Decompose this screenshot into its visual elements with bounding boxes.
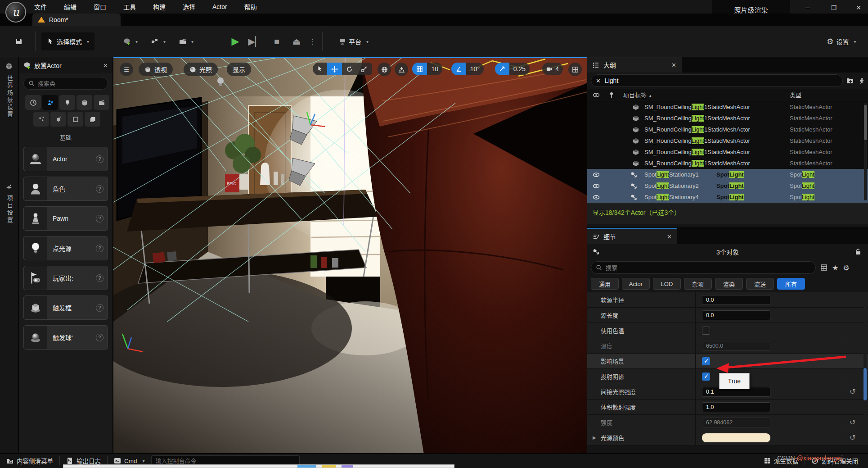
outliner-search[interactable]: ✕ [591,74,843,87]
cinematics-dropdown[interactable]: ▾ [174,32,199,50]
world-settings-icon[interactable] [5,63,13,71]
tab-geometry[interactable] [50,112,66,127]
grid-snap-value[interactable]: 10 [427,63,442,75]
minimize-button[interactable]: ─ [801,3,814,13]
place-search-input[interactable] [38,80,103,87]
intensity-input[interactable] [702,418,770,427]
content-drawer-button[interactable]: 内容侧滑菜单 [0,454,59,468]
outliner-row[interactable]: SM_RoundCeilingLight1StaticMeshActor Sta… [587,158,868,169]
tab-outliner[interactable]: 大纲 ✕ [587,57,682,73]
tab-details[interactable]: 细节 ✕ [587,228,677,244]
filter-general[interactable]: 通用 [591,278,619,290]
display-options-icon[interactable] [820,264,828,271]
column-type[interactable]: 类型 [790,91,801,99]
tab-visual-effects[interactable] [33,112,49,127]
tab-lights[interactable] [59,95,75,110]
source-length-input[interactable] [702,310,770,320]
tab-all-classes[interactable] [85,112,100,127]
place-item-trigger-sphere[interactable]: 触发球' ? [23,325,108,350]
camera-speed-button[interactable]: 4 [542,63,563,75]
show-dropdown[interactable]: 显示 [227,63,251,76]
close-icon[interactable]: ✕ [103,62,108,69]
viewport[interactable]: EPIC [113,57,587,453]
details-scroll-thumb[interactable] [864,368,867,400]
visibility-column-icon[interactable] [593,91,600,99]
menu-edit[interactable]: 编辑 [62,1,78,12]
sidebar-item-world-settings[interactable]: 世界场景设置 [5,75,14,118]
outliner-search-input[interactable] [605,77,838,84]
rotate-tool[interactable] [342,63,357,75]
reset-to-default-icon[interactable]: ↺ [850,387,855,396]
scale-snap-value[interactable]: 0.25 [509,63,530,75]
place-item-actor[interactable]: Actor ? [23,147,108,171]
filter-misc[interactable]: 杂项 [684,278,712,290]
place-item-player-start[interactable]: 玩家出: ? [23,266,108,290]
menu-actor[interactable]: Actor [211,2,229,11]
play-button[interactable]: ▶ [227,32,243,50]
tab-shapes[interactable] [76,95,92,110]
reset-to-default-icon[interactable]: ↺ [850,418,855,427]
outliner-row-selected[interactable]: SpotLightStationary2 SpotLight SpotLight [587,180,868,191]
filter-lod[interactable]: LOD [653,278,681,290]
outliner-row-selected[interactable]: SpotLightStationary1 SpotLight SpotLight [587,169,868,180]
viewport-options-menu[interactable]: ☰ [120,63,133,76]
soft-source-radius-input[interactable] [702,295,770,305]
maximize-button[interactable]: ❐ [827,3,841,13]
scale-snap-toggle[interactable] [495,63,509,75]
outliner-row[interactable]: SM_RoundCeilingLight1StaticMeshActor Sta… [587,146,868,158]
menu-select[interactable]: 选择 [181,1,197,12]
outliner-row[interactable]: SM_RoundCeilingLight1StaticMeshActor Sta… [587,124,868,135]
outliner-row[interactable]: SM_RoundCeilingLight1StaticMeshActor Sta… [587,101,868,113]
filter-rendering[interactable]: 渲染 [715,278,743,290]
filter-actor[interactable]: Actor [622,278,650,290]
tab-volumes[interactable] [67,112,83,127]
menu-help[interactable]: 帮助 [243,1,259,12]
outliner-row[interactable]: SM_RoundCeilingLight1StaticMeshActor Sta… [587,113,868,124]
outliner-row-selected[interactable]: SpotLightStationary4 SpotLight SpotLight [587,191,868,203]
sidebar-item-project-settings[interactable]: 项目设置 [5,195,14,224]
blueprints-dropdown[interactable]: ▾ [146,32,171,50]
menu-window[interactable]: 窗口 [92,1,108,12]
close-icon[interactable]: ✕ [667,233,672,240]
filter-all[interactable]: 所有 [777,278,805,290]
column-item-label[interactable]: 项目标签 ▲ [623,91,652,99]
platforms-dropdown[interactable]: 平台▾ [331,32,376,50]
pin-column-icon[interactable] [608,91,615,99]
grid-snap-toggle[interactable] [412,63,427,75]
maximize-viewport-toggle[interactable] [568,63,582,76]
project-settings-icon[interactable] [5,183,13,192]
save-button[interactable] [9,32,29,50]
rotation-snap-value[interactable]: 10° [466,63,484,75]
create-folder-icon[interactable] [846,77,854,84]
light-color-swatch[interactable] [702,433,770,442]
eye-icon[interactable] [593,171,600,178]
place-item-pawn[interactable]: Pawn ? [23,206,108,231]
tab-cinematic[interactable] [94,95,109,110]
outliner-row[interactable]: SM_RoundCeilingLight1StaticMeshActor Sta… [587,135,868,146]
select-mode-dropdown[interactable]: 选择模式▾ [41,32,94,50]
add-actor-dropdown[interactable]: ▾ [118,32,143,50]
clear-search-icon[interactable]: ✕ [596,77,601,84]
tab-basic[interactable] [42,95,58,110]
place-item-trigger-box[interactable]: 触发框 ? [23,295,108,320]
details-search[interactable] [591,261,816,274]
settings-dropdown[interactable]: ⚙ 设置▾ [820,32,863,50]
use-temperature-checkbox[interactable] [702,327,710,335]
outliner-settings-icon[interactable] [857,77,864,84]
view-mode-dropdown[interactable]: 光照 [184,63,218,76]
affects-world-checkbox[interactable] [702,357,710,365]
surface-snapping-toggle[interactable] [395,63,408,76]
menu-build[interactable]: 构建 [151,1,167,12]
temperature-input[interactable] [702,341,770,351]
place-item-character[interactable]: 角色 ? [23,177,108,201]
unlock-icon[interactable] [855,248,862,255]
play-options-kebab[interactable]: ⋮ [307,32,318,50]
eye-icon[interactable] [593,194,600,201]
tab-recent[interactable] [25,95,41,110]
cast-shadows-checkbox[interactable] [702,373,710,381]
close-icon[interactable]: ✕ [671,62,676,68]
rotation-snap-toggle[interactable] [451,63,466,75]
volumetric-scattering-input[interactable] [702,402,770,412]
menu-tools[interactable]: 工具 [121,1,138,12]
close-button[interactable]: ✕ [852,3,865,13]
